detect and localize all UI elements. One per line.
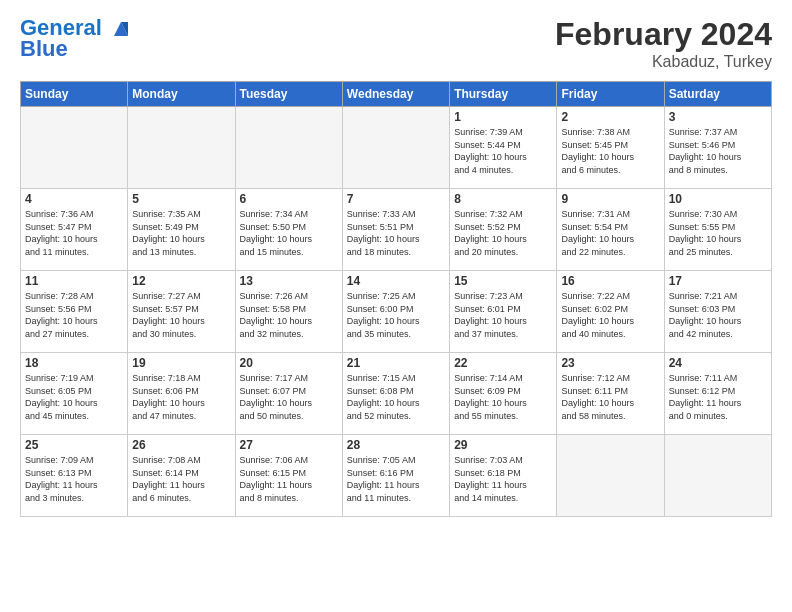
day-info: Sunrise: 7:32 AM Sunset: 5:52 PM Dayligh…	[454, 208, 552, 258]
day-info: Sunrise: 7:14 AM Sunset: 6:09 PM Dayligh…	[454, 372, 552, 422]
day-info: Sunrise: 7:19 AM Sunset: 6:05 PM Dayligh…	[25, 372, 123, 422]
page-header: General Blue February 2024 Kabaduz, Turk…	[20, 16, 772, 71]
header-friday: Friday	[557, 82, 664, 107]
table-row: 7Sunrise: 7:33 AM Sunset: 5:51 PM Daylig…	[342, 189, 449, 271]
header-tuesday: Tuesday	[235, 82, 342, 107]
day-number: 3	[669, 110, 767, 124]
table-row: 24Sunrise: 7:11 AM Sunset: 6:12 PM Dayli…	[664, 353, 771, 435]
day-info: Sunrise: 7:12 AM Sunset: 6:11 PM Dayligh…	[561, 372, 659, 422]
day-number: 28	[347, 438, 445, 452]
table-row: 5Sunrise: 7:35 AM Sunset: 5:49 PM Daylig…	[128, 189, 235, 271]
table-row: 3Sunrise: 7:37 AM Sunset: 5:46 PM Daylig…	[664, 107, 771, 189]
table-row: 11Sunrise: 7:28 AM Sunset: 5:56 PM Dayli…	[21, 271, 128, 353]
header-wednesday: Wednesday	[342, 82, 449, 107]
day-info: Sunrise: 7:31 AM Sunset: 5:54 PM Dayligh…	[561, 208, 659, 258]
header-thursday: Thursday	[450, 82, 557, 107]
day-number: 6	[240, 192, 338, 206]
day-info: Sunrise: 7:21 AM Sunset: 6:03 PM Dayligh…	[669, 290, 767, 340]
table-row: 16Sunrise: 7:22 AM Sunset: 6:02 PM Dayli…	[557, 271, 664, 353]
day-number: 1	[454, 110, 552, 124]
day-number: 27	[240, 438, 338, 452]
day-info: Sunrise: 7:08 AM Sunset: 6:14 PM Dayligh…	[132, 454, 230, 504]
day-info: Sunrise: 7:09 AM Sunset: 6:13 PM Dayligh…	[25, 454, 123, 504]
day-number: 10	[669, 192, 767, 206]
table-row: 12Sunrise: 7:27 AM Sunset: 5:57 PM Dayli…	[128, 271, 235, 353]
table-row: 18Sunrise: 7:19 AM Sunset: 6:05 PM Dayli…	[21, 353, 128, 435]
day-info: Sunrise: 7:37 AM Sunset: 5:46 PM Dayligh…	[669, 126, 767, 176]
table-row: 19Sunrise: 7:18 AM Sunset: 6:06 PM Dayli…	[128, 353, 235, 435]
main-title: February 2024	[555, 16, 772, 53]
calendar-week-row: 25Sunrise: 7:09 AM Sunset: 6:13 PM Dayli…	[21, 435, 772, 517]
sub-title: Kabaduz, Turkey	[555, 53, 772, 71]
day-number: 11	[25, 274, 123, 288]
table-row	[342, 107, 449, 189]
table-row: 6Sunrise: 7:34 AM Sunset: 5:50 PM Daylig…	[235, 189, 342, 271]
table-row: 1Sunrise: 7:39 AM Sunset: 5:44 PM Daylig…	[450, 107, 557, 189]
day-info: Sunrise: 7:30 AM Sunset: 5:55 PM Dayligh…	[669, 208, 767, 258]
day-number: 15	[454, 274, 552, 288]
title-block: February 2024 Kabaduz, Turkey	[555, 16, 772, 71]
day-info: Sunrise: 7:15 AM Sunset: 6:08 PM Dayligh…	[347, 372, 445, 422]
day-number: 22	[454, 356, 552, 370]
day-info: Sunrise: 7:26 AM Sunset: 5:58 PM Dayligh…	[240, 290, 338, 340]
day-info: Sunrise: 7:34 AM Sunset: 5:50 PM Dayligh…	[240, 208, 338, 258]
table-row	[128, 107, 235, 189]
table-row: 25Sunrise: 7:09 AM Sunset: 6:13 PM Dayli…	[21, 435, 128, 517]
table-row: 22Sunrise: 7:14 AM Sunset: 6:09 PM Dayli…	[450, 353, 557, 435]
day-number: 26	[132, 438, 230, 452]
logo: General Blue	[20, 16, 132, 62]
table-row: 28Sunrise: 7:05 AM Sunset: 6:16 PM Dayli…	[342, 435, 449, 517]
day-info: Sunrise: 7:35 AM Sunset: 5:49 PM Dayligh…	[132, 208, 230, 258]
day-number: 16	[561, 274, 659, 288]
day-info: Sunrise: 7:22 AM Sunset: 6:02 PM Dayligh…	[561, 290, 659, 340]
day-number: 21	[347, 356, 445, 370]
table-row: 20Sunrise: 7:17 AM Sunset: 6:07 PM Dayli…	[235, 353, 342, 435]
table-row: 13Sunrise: 7:26 AM Sunset: 5:58 PM Dayli…	[235, 271, 342, 353]
day-info: Sunrise: 7:33 AM Sunset: 5:51 PM Dayligh…	[347, 208, 445, 258]
day-info: Sunrise: 7:27 AM Sunset: 5:57 PM Dayligh…	[132, 290, 230, 340]
day-info: Sunrise: 7:25 AM Sunset: 6:00 PM Dayligh…	[347, 290, 445, 340]
calendar-week-row: 11Sunrise: 7:28 AM Sunset: 5:56 PM Dayli…	[21, 271, 772, 353]
table-row: 9Sunrise: 7:31 AM Sunset: 5:54 PM Daylig…	[557, 189, 664, 271]
day-number: 25	[25, 438, 123, 452]
table-row	[21, 107, 128, 189]
table-row	[664, 435, 771, 517]
calendar-week-row: 1Sunrise: 7:39 AM Sunset: 5:44 PM Daylig…	[21, 107, 772, 189]
day-number: 24	[669, 356, 767, 370]
day-number: 29	[454, 438, 552, 452]
day-info: Sunrise: 7:11 AM Sunset: 6:12 PM Dayligh…	[669, 372, 767, 422]
day-number: 12	[132, 274, 230, 288]
table-row: 17Sunrise: 7:21 AM Sunset: 6:03 PM Dayli…	[664, 271, 771, 353]
day-info: Sunrise: 7:23 AM Sunset: 6:01 PM Dayligh…	[454, 290, 552, 340]
day-info: Sunrise: 7:06 AM Sunset: 6:15 PM Dayligh…	[240, 454, 338, 504]
day-info: Sunrise: 7:18 AM Sunset: 6:06 PM Dayligh…	[132, 372, 230, 422]
table-row: 15Sunrise: 7:23 AM Sunset: 6:01 PM Dayli…	[450, 271, 557, 353]
header-sunday: Sunday	[21, 82, 128, 107]
day-number: 14	[347, 274, 445, 288]
day-info: Sunrise: 7:28 AM Sunset: 5:56 PM Dayligh…	[25, 290, 123, 340]
table-row: 8Sunrise: 7:32 AM Sunset: 5:52 PM Daylig…	[450, 189, 557, 271]
day-number: 7	[347, 192, 445, 206]
header-monday: Monday	[128, 82, 235, 107]
table-row	[235, 107, 342, 189]
day-info: Sunrise: 7:17 AM Sunset: 6:07 PM Dayligh…	[240, 372, 338, 422]
table-row: 23Sunrise: 7:12 AM Sunset: 6:11 PM Dayli…	[557, 353, 664, 435]
table-row	[557, 435, 664, 517]
day-number: 20	[240, 356, 338, 370]
table-row: 27Sunrise: 7:06 AM Sunset: 6:15 PM Dayli…	[235, 435, 342, 517]
calendar-table: Sunday Monday Tuesday Wednesday Thursday…	[20, 81, 772, 517]
day-number: 13	[240, 274, 338, 288]
day-info: Sunrise: 7:36 AM Sunset: 5:47 PM Dayligh…	[25, 208, 123, 258]
day-number: 17	[669, 274, 767, 288]
header-saturday: Saturday	[664, 82, 771, 107]
table-row: 21Sunrise: 7:15 AM Sunset: 6:08 PM Dayli…	[342, 353, 449, 435]
calendar-week-row: 18Sunrise: 7:19 AM Sunset: 6:05 PM Dayli…	[21, 353, 772, 435]
calendar-week-row: 4Sunrise: 7:36 AM Sunset: 5:47 PM Daylig…	[21, 189, 772, 271]
calendar-header-row: Sunday Monday Tuesday Wednesday Thursday…	[21, 82, 772, 107]
day-number: 9	[561, 192, 659, 206]
day-number: 4	[25, 192, 123, 206]
day-number: 8	[454, 192, 552, 206]
day-info: Sunrise: 7:38 AM Sunset: 5:45 PM Dayligh…	[561, 126, 659, 176]
table-row: 29Sunrise: 7:03 AM Sunset: 6:18 PM Dayli…	[450, 435, 557, 517]
day-info: Sunrise: 7:05 AM Sunset: 6:16 PM Dayligh…	[347, 454, 445, 504]
